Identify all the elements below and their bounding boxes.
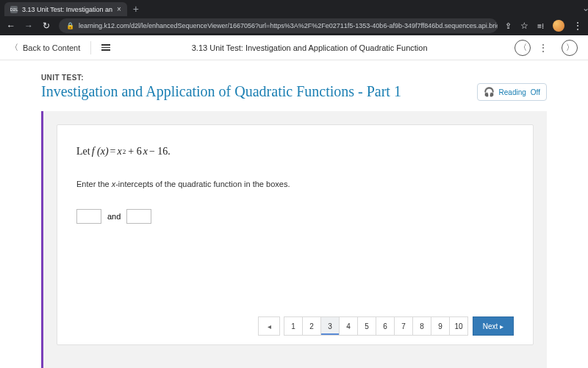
pager-next[interactable]: Next ▸ bbox=[473, 316, 514, 336]
tab-bar: D2L 3.13 Unit Test: Investigation an × +… bbox=[0, 0, 588, 16]
unit-label: UNIT TEST: bbox=[41, 74, 547, 82]
back-label: Back to Content bbox=[23, 43, 80, 52]
pager-page-10[interactable]: 10 bbox=[449, 316, 468, 336]
reading-toggle[interactable]: 🎧 Reading Off bbox=[477, 83, 547, 101]
equation: Let f (x) = x2 + 6 x − 16. bbox=[76, 146, 514, 158]
divider bbox=[90, 41, 91, 54]
hamburger-icon[interactable] bbox=[101, 44, 110, 51]
close-tab-icon[interactable]: × bbox=[117, 5, 121, 13]
reading-state: Off bbox=[531, 88, 540, 96]
kebab-menu-icon[interactable]: ⋮ bbox=[573, 21, 582, 31]
x-intercept-input-1[interactable] bbox=[76, 209, 101, 224]
favicon: D2L bbox=[10, 6, 18, 13]
extensions-icon[interactable]: ≡⁞ bbox=[537, 22, 544, 30]
pager-page-4[interactable]: 4 bbox=[339, 316, 358, 336]
pager-page-8[interactable]: 8 bbox=[412, 316, 431, 336]
url-text: learning.k12.com/d2l/le/enhancedSequence… bbox=[79, 22, 498, 29]
and-label: and bbox=[107, 212, 121, 221]
reading-label: Reading bbox=[499, 88, 526, 96]
share-icon[interactable]: ⇪ bbox=[505, 21, 512, 31]
browser-chrome: D2L 3.13 Unit Test: Investigation an × +… bbox=[0, 0, 588, 35]
headphones-icon: 🎧 bbox=[484, 87, 495, 97]
tab-title: 3.13 Unit Test: Investigation an bbox=[22, 6, 112, 13]
browser-tab[interactable]: D2L 3.13 Unit Test: Investigation an × bbox=[4, 2, 127, 16]
pagination: ◂ 12345678910 Next ▸ bbox=[76, 302, 514, 336]
pager-page-3[interactable]: 3 bbox=[320, 316, 340, 336]
lms-header: 〈 Back to Content 3.13 Unit Test: Invest… bbox=[0, 35, 588, 60]
back-to-content-link[interactable]: 〈 Back to Content bbox=[10, 42, 80, 53]
pager-page-7[interactable]: 7 bbox=[394, 316, 413, 336]
pager-page-9[interactable]: 9 bbox=[431, 316, 450, 336]
question-card: Let f (x) = x2 + 6 x − 16. Enter the x-i… bbox=[57, 124, 534, 345]
pager-page-6[interactable]: 6 bbox=[376, 316, 395, 336]
profile-avatar[interactable] bbox=[553, 20, 564, 32]
x-intercept-input-2[interactable] bbox=[126, 209, 151, 224]
address-bar[interactable]: 🔒 learning.k12.com/d2l/le/enhancedSequen… bbox=[59, 18, 498, 33]
lms-title: 3.13 Unit Test: Investigation and Applic… bbox=[110, 43, 509, 52]
bookmark-icon[interactable]: ☆ bbox=[520, 21, 528, 31]
pager-page-5[interactable]: 5 bbox=[357, 316, 376, 336]
forward-icon: → bbox=[24, 21, 34, 31]
new-tab-button[interactable]: + bbox=[127, 3, 145, 16]
pager-prev[interactable]: ◂ bbox=[258, 316, 280, 336]
question-prompt: Enter the x-intercepts of the quadratic … bbox=[76, 180, 514, 188]
answer-row: and bbox=[76, 209, 514, 224]
toolbar: ← → ↻ 🔒 learning.k12.com/d2l/le/enhanced… bbox=[0, 16, 588, 35]
lock-icon: 🔒 bbox=[66, 22, 74, 29]
window-menu-icon[interactable]: ⌄ bbox=[576, 3, 588, 16]
prev-page-button[interactable]: 〈 bbox=[514, 40, 531, 56]
toolbar-right: ⇪ ☆ ≡⁞ ⋮ bbox=[505, 20, 582, 32]
more-icon[interactable]: ⋮ bbox=[538, 42, 548, 54]
next-page-button[interactable]: 〉 bbox=[562, 40, 578, 56]
question-stage: Let f (x) = x2 + 6 x − 16. Enter the x-i… bbox=[41, 111, 547, 368]
title-row: Investigation and Application of Quadrat… bbox=[41, 83, 547, 101]
pager-page-2[interactable]: 2 bbox=[302, 316, 321, 336]
page-title: Investigation and Application of Quadrat… bbox=[41, 83, 401, 100]
back-icon[interactable]: ← bbox=[6, 21, 16, 31]
pager-page-1[interactable]: 1 bbox=[284, 316, 303, 336]
reload-icon[interactable]: ↻ bbox=[41, 21, 51, 31]
content-area: UNIT TEST: Investigation and Application… bbox=[0, 60, 588, 368]
chevron-left-icon: 〈 bbox=[10, 42, 18, 53]
